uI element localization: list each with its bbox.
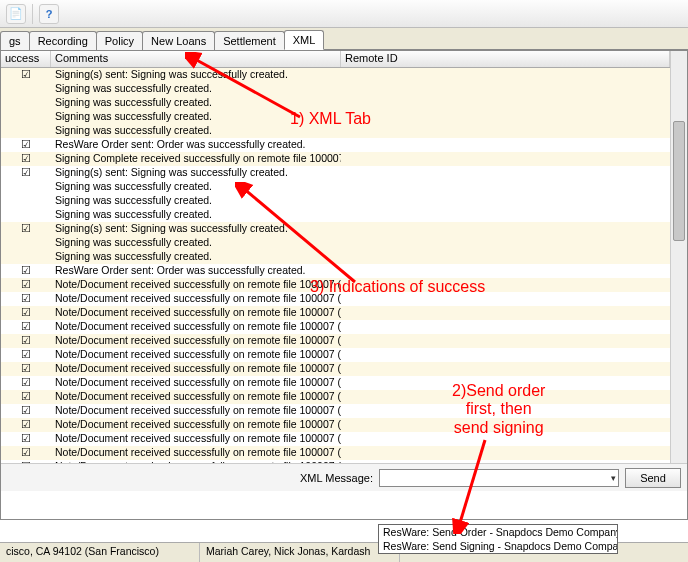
comments-cell: Signing(s) sent: Signing was successfull…: [51, 222, 341, 235]
remote-id-cell: -1: [341, 166, 687, 179]
col-header-comments[interactable]: Comments: [51, 51, 341, 67]
checkmark-icon: ☑: [21, 432, 31, 444]
comments-cell: Note/Document received successfully on r…: [51, 334, 341, 347]
bottom-bar: XML Message: ▾ Send: [1, 463, 687, 491]
success-cell: ☑: [1, 152, 51, 165]
table-row[interactable]: ☑Signing(s) sent: Signing was successful…: [1, 68, 687, 82]
dropdown-option[interactable]: ResWare: Send Signing - Snapdocs Demo Co…: [379, 539, 617, 553]
success-cell: [1, 82, 51, 95]
status-cell-location: cisco, CA 94102 (San Francisco): [0, 543, 200, 562]
grid-body[interactable]: ☑Signing(s) sent: Signing was successful…: [1, 68, 687, 491]
comments-cell: Signing was successfully created.: [51, 82, 341, 95]
table-row[interactable]: ☑Note/Document received successfully on …: [1, 306, 687, 320]
checkmark-icon: ☑: [21, 166, 31, 178]
tab-new-loans[interactable]: New Loans: [142, 31, 215, 50]
tab-strip: gsRecordingPolicyNew LoansSettlementXML: [0, 28, 688, 50]
xml-message-dropdown[interactable]: ResWare: Send Order - Snapdocs Demo Comp…: [378, 524, 618, 554]
remote-id-cell: -1: [341, 138, 687, 151]
remote-id-cell: [341, 180, 687, 193]
scrollbar-thumb[interactable]: [673, 121, 685, 241]
remote-id-cell: [341, 110, 687, 123]
table-row[interactable]: ☑Signing Complete received successfully …: [1, 152, 687, 166]
remote-id-cell: -1: [341, 446, 687, 459]
table-row[interactable]: ☑Note/Document received successfully on …: [1, 390, 687, 404]
table-row[interactable]: ☑Note/Document received successfully on …: [1, 432, 687, 446]
col-header-success[interactable]: uccess: [1, 51, 51, 67]
comments-cell: Signing was successfully created.: [51, 194, 341, 207]
dropdown-option[interactable]: ResWare: Send Order - Snapdocs Demo Comp…: [379, 525, 617, 539]
help-button[interactable]: ?: [39, 4, 59, 24]
success-cell: [1, 124, 51, 137]
table-row[interactable]: ☑Note/Document received successfully on …: [1, 362, 687, 376]
table-row[interactable]: ☑Note/Document received successfully on …: [1, 348, 687, 362]
success-cell: ☑: [1, 432, 51, 445]
success-cell: ☑: [1, 320, 51, 333]
table-row[interactable]: ☑ResWare Order sent: Order was successfu…: [1, 264, 687, 278]
table-row[interactable]: Signing was successfully created.: [1, 82, 687, 96]
table-row[interactable]: Signing was successfully created.: [1, 110, 687, 124]
col-header-remote[interactable]: Remote ID: [341, 51, 670, 67]
comments-cell: Signing was successfully created.: [51, 250, 341, 263]
success-cell: ☑: [1, 264, 51, 277]
table-row[interactable]: ☑Note/Document received successfully on …: [1, 404, 687, 418]
send-button[interactable]: Send: [625, 468, 681, 488]
checkmark-icon: ☑: [21, 362, 31, 374]
comments-cell: Note/Document received successfully on r…: [51, 362, 341, 375]
comments-cell: ResWare Order sent: Order was successful…: [51, 138, 341, 151]
vertical-scrollbar[interactable]: [670, 51, 687, 491]
remote-id-cell: -1: [341, 306, 687, 319]
checkmark-icon: ☑: [21, 278, 31, 290]
table-row[interactable]: ☑Note/Document received successfully on …: [1, 278, 687, 292]
document-icon: 📄: [9, 7, 23, 20]
remote-id-cell: [341, 194, 687, 207]
success-cell: ☑: [1, 446, 51, 459]
success-cell: [1, 208, 51, 221]
table-row[interactable]: ☑ResWare Order sent: Order was successfu…: [1, 138, 687, 152]
table-row[interactable]: ☑Note/Document received successfully on …: [1, 320, 687, 334]
table-row[interactable]: ☑Signing(s) sent: Signing was successful…: [1, 222, 687, 236]
remote-id-cell: -1: [341, 264, 687, 277]
remote-id-cell: -1: [341, 334, 687, 347]
comments-cell: Signing(s) sent: Signing was successfull…: [51, 68, 341, 81]
remote-id-cell: -1: [341, 390, 687, 403]
success-cell: ☑: [1, 222, 51, 235]
chevron-down-icon: ▾: [611, 473, 616, 483]
remote-id-cell: -1: [341, 152, 687, 165]
table-row[interactable]: ☑Signing(s) sent: Signing was successful…: [1, 166, 687, 180]
success-cell: ☑: [1, 68, 51, 81]
checkmark-icon: ☑: [21, 390, 31, 402]
remote-id-cell: -1: [341, 348, 687, 361]
tab-gs[interactable]: gs: [0, 31, 30, 50]
tab-xml[interactable]: XML: [284, 30, 325, 50]
remote-id-cell: [341, 82, 687, 95]
checkmark-icon: ☑: [21, 348, 31, 360]
table-row[interactable]: Signing was successfully created.: [1, 236, 687, 250]
success-cell: [1, 236, 51, 249]
tab-recording[interactable]: Recording: [29, 31, 97, 50]
table-row[interactable]: Signing was successfully created.: [1, 208, 687, 222]
remote-id-cell: -1: [341, 292, 687, 305]
checkmark-icon: ☑: [21, 138, 31, 150]
table-row[interactable]: ☑Note/Document received successfully on …: [1, 418, 687, 432]
checkmark-icon: ☑: [21, 320, 31, 332]
table-row[interactable]: Signing was successfully created.: [1, 180, 687, 194]
table-row[interactable]: ☑Note/Document received successfully on …: [1, 376, 687, 390]
table-row[interactable]: ☑Note/Document received successfully on …: [1, 334, 687, 348]
success-cell: ☑: [1, 292, 51, 305]
toolbar-button[interactable]: 📄: [6, 4, 26, 24]
xml-message-select[interactable]: ▾: [379, 469, 619, 487]
success-cell: ☑: [1, 166, 51, 179]
table-row[interactable]: Signing was successfully created.: [1, 124, 687, 138]
tab-settlement[interactable]: Settlement: [214, 31, 285, 50]
table-row[interactable]: ☑Note/Document received successfully on …: [1, 292, 687, 306]
comments-cell: Signing was successfully created.: [51, 236, 341, 249]
table-row[interactable]: Signing was successfully created.: [1, 194, 687, 208]
table-row[interactable]: ☑Note/Document received successfully on …: [1, 446, 687, 460]
comments-cell: Note/Document received successfully on r…: [51, 390, 341, 403]
table-row[interactable]: Signing was successfully created.: [1, 96, 687, 110]
remote-id-cell: [341, 236, 687, 249]
table-row[interactable]: Signing was successfully created.: [1, 250, 687, 264]
success-cell: ☑: [1, 418, 51, 431]
remote-id-cell: -1: [341, 278, 687, 291]
tab-policy[interactable]: Policy: [96, 31, 143, 50]
